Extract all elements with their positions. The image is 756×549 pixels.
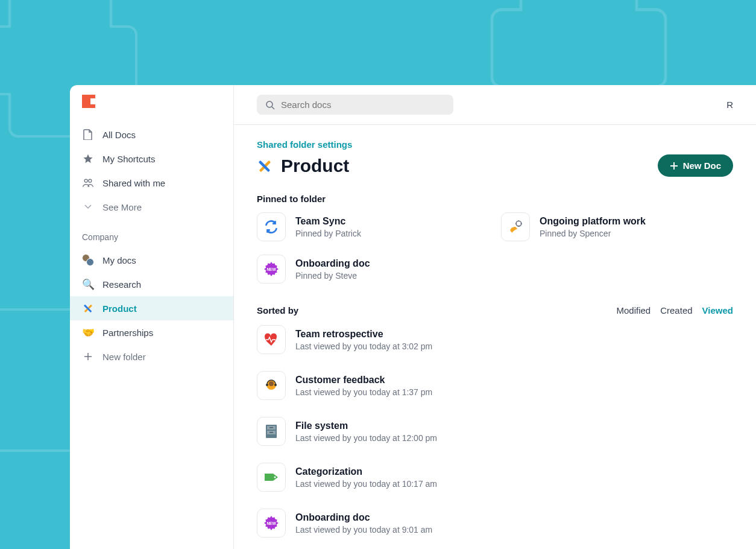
svg-point-3 <box>89 179 92 182</box>
file-cabinet-icon <box>257 417 286 446</box>
sidebar: All Docs My Shortcuts Shared with me See… <box>70 85 234 549</box>
nav-primary: All Docs My Shortcuts Shared with me See… <box>70 122 233 224</box>
svg-point-2 <box>84 179 87 182</box>
magnifier-icon: 🔍 <box>82 278 94 290</box>
nav-label: All Docs <box>102 130 136 140</box>
sort-options: Modified Created Viewed <box>617 305 734 316</box>
doc-subtitle: Pinned by Spencer <box>540 229 646 238</box>
handshake-icon: 🤝 <box>82 326 94 338</box>
doc-title: Onboarding doc <box>295 258 370 269</box>
doc-row[interactable]: Team retrospective Last viewed by you to… <box>257 325 733 354</box>
doc-title: Customer feedback <box>295 375 432 386</box>
tools-icon <box>257 158 272 174</box>
sorted-header: Sorted by <box>257 305 298 316</box>
doc-subtitle: Last viewed by you today at 12:00 pm <box>295 433 437 443</box>
doc-title: Team retrospective <box>295 329 432 340</box>
document-icon <box>82 129 94 141</box>
page-title-text: Product <box>281 156 349 176</box>
svg-rect-1 <box>90 98 95 104</box>
doc-row[interactable]: NEW Onboarding doc Last viewed by you to… <box>257 509 733 538</box>
doc-title: Ongoing platform work <box>540 216 646 227</box>
nav-label: My docs <box>102 255 136 265</box>
doc-subtitle: Pinned by Steve <box>295 271 370 281</box>
svg-point-12 <box>269 381 274 386</box>
sync-icon <box>257 212 286 241</box>
doc-row[interactable]: Customer feedback Last viewed by you tod… <box>257 371 733 400</box>
sort-modified[interactable]: Modified <box>617 305 651 316</box>
nav-label: Product <box>102 303 137 314</box>
plus-icon <box>670 162 678 170</box>
doc-title: Onboarding doc <box>295 512 432 523</box>
doc-list: Team retrospective Last viewed by you to… <box>257 325 733 538</box>
nav-shared-with-me[interactable]: Shared with me <box>70 171 233 195</box>
pinned-doc[interactable]: NEW Onboarding doc Pinned by Steve <box>257 255 489 284</box>
shared-folder-settings-link[interactable]: Shared folder settings <box>257 139 733 150</box>
main-panel: R Shared folder settings Product New Doc <box>234 85 756 549</box>
topbar: R <box>234 85 756 125</box>
svg-point-6 <box>266 101 272 107</box>
app-window: All Docs My Shortcuts Shared with me See… <box>70 85 756 549</box>
new-badge-icon: NEW <box>257 509 286 538</box>
nav-label: See More <box>102 202 142 212</box>
tag-icon <box>257 463 286 492</box>
star-icon <box>82 153 94 165</box>
doc-subtitle: Last viewed by you today at 1:37 pm <box>295 387 432 397</box>
search-icon <box>265 100 275 110</box>
new-doc-label: New Doc <box>683 160 721 171</box>
svg-text:NEW: NEW <box>266 521 276 525</box>
pinned-doc[interactable]: Team Sync Pinned by Patrick <box>257 212 489 241</box>
tools-icon <box>82 302 94 314</box>
nav-label: New folder <box>102 352 146 362</box>
svg-rect-19 <box>269 432 273 433</box>
doc-subtitle: Pinned by Patrick <box>295 229 361 238</box>
doc-row[interactable]: File system Last viewed by you today at … <box>257 417 733 446</box>
new-doc-button[interactable]: New Doc <box>658 154 733 177</box>
nav-my-shortcuts[interactable]: My Shortcuts <box>70 147 233 171</box>
svg-point-9 <box>516 221 521 226</box>
nav-research[interactable]: 🔍 Research <box>70 272 233 296</box>
topbar-right-truncated: R <box>726 100 733 110</box>
nav-partnerships[interactable]: 🤝 Partnerships <box>70 320 233 344</box>
heart-pulse-icon <box>257 325 286 354</box>
page-header: Product New Doc <box>257 154 733 177</box>
svg-rect-18 <box>269 427 273 428</box>
svg-point-20 <box>274 477 276 478</box>
nav-my-docs[interactable]: My docs <box>70 248 233 272</box>
doc-subtitle: Last viewed by you today at 9:01 am <box>295 525 432 535</box>
svg-text:NEW: NEW <box>266 267 276 271</box>
doc-title: Team Sync <box>295 216 361 227</box>
nav-label: Research <box>102 279 141 290</box>
nav-product[interactable]: Product <box>70 296 233 320</box>
doc-subtitle: Last viewed by you today at 3:02 pm <box>295 341 432 351</box>
sort-viewed[interactable]: Viewed <box>702 305 733 316</box>
nav-label: My Shortcuts <box>102 154 156 164</box>
sort-created[interactable]: Created <box>660 305 692 316</box>
avatar-group-icon <box>82 254 94 266</box>
doc-title: File system <box>295 420 437 431</box>
app-logo <box>82 95 95 108</box>
pinned-doc[interactable]: Ongoing platform work Pinned by Spencer <box>501 212 733 241</box>
sidebar-section-label: Company <box>70 224 233 248</box>
new-badge-icon: NEW <box>257 255 286 284</box>
doc-row[interactable]: Categorization Last viewed by you today … <box>257 463 733 492</box>
pinned-header: Pinned to folder <box>257 194 733 204</box>
nav-see-more[interactable]: See More <box>70 195 233 219</box>
people-icon <box>82 177 94 189</box>
headset-person-icon <box>257 371 286 400</box>
chevron-down-icon <box>82 201 94 213</box>
plus-icon <box>82 351 94 363</box>
doc-subtitle: Last viewed by you today at 10:17 am <box>295 479 437 489</box>
wrench-gear-icon <box>501 212 530 241</box>
svg-point-13 <box>266 384 268 386</box>
nav-new-folder[interactable]: New folder <box>70 344 233 369</box>
page-title: Product <box>257 156 349 176</box>
content-area: Shared folder settings Product New Doc P… <box>234 125 756 549</box>
nav-label: Shared with me <box>102 178 165 188</box>
nav-all-docs[interactable]: All Docs <box>70 122 233 147</box>
sort-row: Sorted by Modified Created Viewed <box>257 305 733 316</box>
svg-point-14 <box>274 384 277 386</box>
doc-title: Categorization <box>295 466 437 477</box>
search-input[interactable] <box>281 100 445 110</box>
nav-label: Partnerships <box>102 328 153 338</box>
search-box[interactable] <box>257 95 453 115</box>
